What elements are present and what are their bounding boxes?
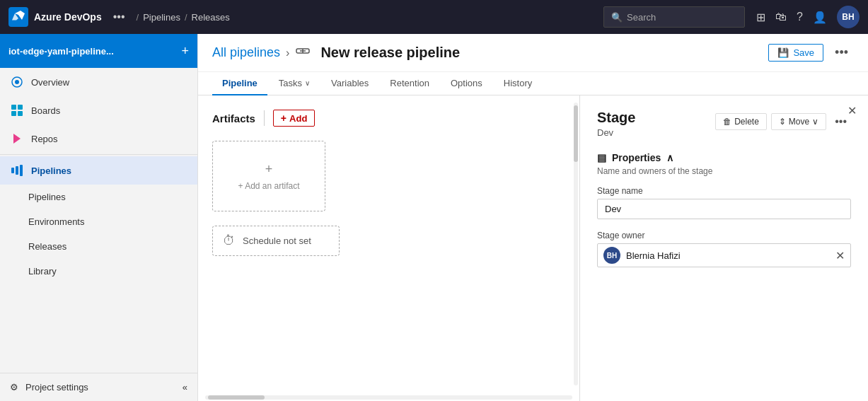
svg-rect-3 — [18, 105, 23, 110]
stage-panel-close-button[interactable]: ✕ — [847, 104, 857, 117]
content-area: All pipelines › New release pipeline 💾 S… — [198, 34, 868, 401]
move-chevron-icon: ∨ — [812, 117, 818, 127]
stage-owner-field[interactable]: BH Blernia Hafizi ✕ — [597, 243, 851, 267]
sidebar-item-overview[interactable]: Overview — [0, 68, 197, 96]
avatar[interactable]: BH — [837, 6, 860, 28]
topbar-breadcrumb-pipelines[interactable]: Pipelines — [143, 12, 180, 23]
tab-history-label: History — [504, 78, 532, 88]
repos-icon — [10, 132, 24, 146]
stage-name-group: Stage name — [597, 186, 851, 219]
sidebar-item-pipelines-heading[interactable]: Pipelines — [0, 156, 197, 185]
canvas-scrollbar-thumb-v[interactable] — [574, 105, 578, 162]
save-label: Save — [793, 47, 814, 58]
tab-tasks[interactable]: Tasks ∨ — [269, 72, 320, 95]
add-artifact-box[interactable]: + + Add an artifact — [212, 141, 325, 211]
sidebar-item-releases[interactable]: Releases — [0, 234, 197, 259]
logo[interactable]: Azure DevOps — [8, 7, 102, 27]
stage-delete-button[interactable]: 🗑 Delete — [715, 113, 767, 130]
help-icon[interactable]: ? — [797, 11, 803, 23]
page-header: All pipelines › New release pipeline 💾 S… — [198, 34, 868, 72]
logo-text: Azure DevOps — [34, 11, 102, 23]
user-settings-icon[interactable]: 👤 — [813, 11, 827, 24]
tab-tasks-label: Tasks — [279, 78, 302, 88]
add-artifact-plus-icon: + — [281, 112, 287, 124]
stage-name-input[interactable] — [597, 199, 851, 219]
search-box[interactable]: 🔍 Search — [603, 6, 745, 28]
tab-pipeline-label: Pipeline — [222, 78, 257, 88]
settings-icon: ⚙ — [10, 382, 18, 393]
search-icon: 🔍 — [611, 12, 623, 23]
sidebar-project-name: iot-edge-yaml-pipeline... — [8, 46, 181, 57]
boards-icon — [10, 103, 24, 117]
sidebar-item-pipelines-label: Pipelines — [31, 165, 71, 176]
canvas-scrollbar-track-v[interactable] — [574, 103, 578, 385]
properties-icon: ▤ — [597, 152, 606, 163]
sidebar-item-library[interactable]: Library — [0, 259, 197, 284]
svg-rect-8 — [20, 165, 23, 176]
schedule-text-wrapper: Schedule not set — [243, 236, 311, 246]
sidebar-item-environments-label: Environments — [28, 216, 84, 227]
stage-owner-group: Stage owner BH Blernia Hafizi ✕ — [597, 231, 851, 267]
breadcrumb-link[interactable]: All pipelines — [212, 45, 280, 60]
topbar-sep-2: / — [185, 12, 187, 23]
tab-retention[interactable]: Retention — [380, 72, 439, 95]
artifact-box-plus-icon: + — [265, 162, 273, 177]
topbar-actions: ⊞ 🛍 ? 👤 BH — [756, 6, 860, 28]
sidebar-item-releases-label: Releases — [28, 241, 66, 252]
save-button[interactable]: 💾 Save — [768, 44, 823, 62]
tab-retention-label: Retention — [390, 78, 429, 88]
properties-header[interactable]: ▤ Properties ∧ — [597, 152, 851, 163]
schedule-label: Schedule not set — [243, 236, 311, 246]
tab-history[interactable]: History — [494, 72, 542, 95]
canvas-scrollbar-track-h[interactable] — [205, 395, 572, 400]
properties-chevron-icon: ∧ — [666, 152, 673, 163]
move-label: Move — [789, 117, 809, 127]
owner-clear-button[interactable]: ✕ — [835, 249, 845, 262]
svg-rect-5 — [18, 111, 23, 116]
sidebar-item-environments[interactable]: Environments — [0, 209, 197, 234]
schedule-icon: ⏱ — [223, 233, 236, 248]
stage-move-button[interactable]: ⇕ Move ∨ — [771, 113, 826, 130]
owner-name: Blernia Hafizi — [626, 250, 830, 261]
sidebar-item-boards-label: Boards — [31, 105, 60, 116]
stage-panel-header: Stage Dev 🗑 Delete ⇕ Move ∨ ••• — [597, 110, 851, 138]
add-artifact-button[interactable]: + Add — [273, 110, 315, 127]
properties-desc: Name and owners of the stage — [597, 166, 851, 176]
tab-options[interactable]: Options — [441, 72, 492, 95]
move-icon: ⇕ — [779, 117, 786, 127]
stage-panel: ✕ Stage Dev 🗑 Delete ⇕ Move — [580, 95, 868, 401]
pipelines-icon — [10, 163, 24, 178]
pipeline-title-icon — [295, 43, 311, 62]
tab-pipeline[interactable]: Pipeline — [212, 72, 267, 95]
topbar-breadcrumb-releases[interactable]: Releases — [192, 12, 230, 23]
notification-icon[interactable]: 🛍 — [775, 11, 787, 23]
svg-rect-6 — [11, 168, 14, 173]
tab-variables-label: Variables — [331, 78, 369, 88]
svg-rect-4 — [11, 111, 16, 116]
sidebar: iot-edge-yaml-pipeline... + Overview Boa… — [0, 34, 198, 401]
artifacts-label: Artifacts — [212, 112, 255, 124]
tab-variables[interactable]: Variables — [321, 72, 378, 95]
sidebar-item-repos[interactable]: Repos — [0, 124, 197, 153]
sidebar-collapse-icon[interactable]: « — [183, 382, 187, 393]
canvas-scrollbar-thumb-h[interactable] — [208, 395, 265, 400]
sidebar-add-button[interactable]: + — [181, 44, 189, 59]
add-artifact-label: Add — [289, 113, 307, 124]
stage-actions: 🗑 Delete ⇕ Move ∨ ••• — [715, 112, 851, 131]
sidebar-item-library-label: Library — [28, 266, 57, 277]
topbar-more-icon[interactable]: ••• — [113, 11, 125, 23]
artifacts-separator — [264, 110, 265, 126]
topbar-sep-1: / — [137, 12, 139, 23]
sidebar-item-boards[interactable]: Boards — [0, 96, 197, 124]
sidebar-bottom[interactable]: ⚙ Project settings « — [0, 373, 197, 401]
pipeline-canvas: Artifacts + Add + + Add an artifact ⏱ — [198, 95, 580, 401]
schedule-box[interactable]: ⏱ Schedule not set — [212, 226, 340, 256]
stage-name-label: Stage name — [597, 186, 851, 196]
grid-icon[interactable]: ⊞ — [756, 11, 765, 24]
logo-icon — [8, 7, 28, 27]
divider-1 — [0, 154, 197, 155]
page-more-button[interactable]: ••• — [829, 42, 854, 63]
sidebar-item-pipelines-sub[interactable]: Pipelines — [0, 185, 197, 209]
tasks-chevron-icon: ∨ — [305, 79, 310, 87]
artifact-box-label: + Add an artifact — [238, 181, 299, 191]
